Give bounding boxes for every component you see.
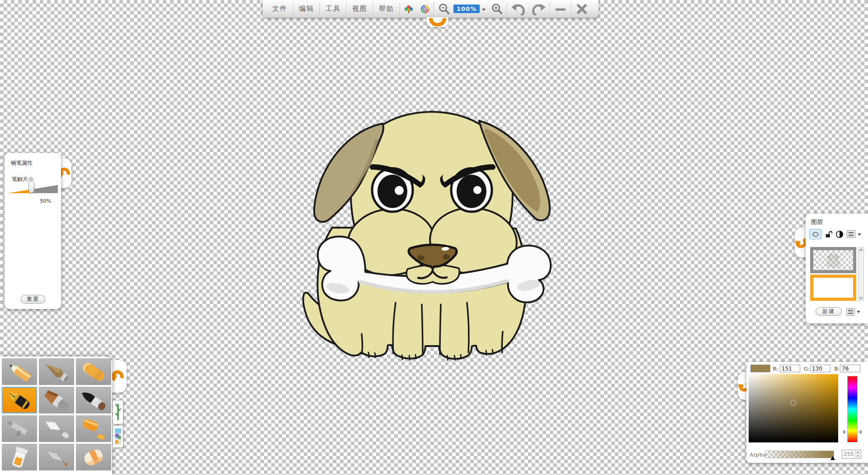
tool-ink-brush[interactable] <box>76 387 111 413</box>
layer-menu-dropdown-arrow-icon[interactable] <box>858 233 861 236</box>
zoom-dropdown-arrow-icon[interactable] <box>482 9 486 11</box>
layer-visibility-toggle[interactable] <box>809 229 821 239</box>
tool-eraser[interactable] <box>76 444 111 470</box>
toolbar-separator <box>293 2 293 15</box>
blue-field[interactable] <box>840 365 860 372</box>
tool-liner-pen[interactable] <box>39 444 74 470</box>
new-layer-button[interactable]: 新建 <box>816 307 842 316</box>
ellipse-visibility-icon <box>811 231 820 238</box>
green-field[interactable] <box>810 365 830 372</box>
layers-options-icon[interactable] <box>846 308 855 316</box>
main-toolbar: 文件 编辑 工具 视图 帮助 100% <box>262 0 599 18</box>
extra-tool-image-brush[interactable] <box>113 425 123 448</box>
layer-item-selected[interactable] <box>810 275 856 301</box>
tool-fountain-pen[interactable] <box>2 387 37 413</box>
paint-app-window: { "toolbar": { "menus": ["文件", "编辑", "工具… <box>0 0 868 475</box>
toolbar-separator <box>400 2 400 15</box>
alpha-spinner: ▲ ▼ <box>842 450 861 459</box>
alpha-value-field[interactable] <box>842 450 855 458</box>
redo-button[interactable] <box>528 0 549 18</box>
scroll-up-icon[interactable] <box>859 248 863 252</box>
toolbar-separator <box>550 2 550 15</box>
layers-options-dropdown-arrow-icon[interactable] <box>857 311 860 313</box>
layers-scrollbar[interactable] <box>858 247 864 301</box>
orange-crescent-icon <box>112 368 124 385</box>
layer-menu-icon[interactable] <box>847 230 855 238</box>
color-cursor-icon[interactable] <box>791 400 797 406</box>
toolbar-separator <box>434 2 434 15</box>
toolbar-separator <box>346 2 347 15</box>
tool-palette-knife[interactable] <box>39 415 74 442</box>
brush-size-slider-handle[interactable] <box>28 181 34 193</box>
artwork-angry-dog-with-bone <box>287 105 563 368</box>
tool-crayon[interactable] <box>76 358 111 385</box>
toolbar-separator <box>507 2 507 15</box>
menu-file[interactable]: 文件 <box>267 0 292 18</box>
toolbar-separator <box>373 2 373 15</box>
toolbar-separator <box>320 2 320 15</box>
current-color-swatch <box>750 365 770 372</box>
orange-arc-icon <box>429 18 446 26</box>
menu-edit[interactable]: 编辑 <box>294 0 319 18</box>
layers-panel-title: 图层 <box>811 218 823 226</box>
tool-paint-tube[interactable] <box>2 444 37 470</box>
pen-panel-title: 钢笔属性 <box>11 159 33 167</box>
hue-marker-right-icon[interactable] <box>859 430 862 434</box>
zoom-in-button[interactable] <box>487 0 506 18</box>
layers-panel: 图层 <box>806 214 868 323</box>
orange-crescent-icon <box>795 235 807 250</box>
blue-label: B: <box>834 366 840 372</box>
tool-flat-brush[interactable] <box>39 387 74 413</box>
blend-contrast-icon[interactable] <box>835 230 844 238</box>
alpha-label: Alpha <box>750 452 766 458</box>
bamboo-icon <box>114 402 122 422</box>
alpha-marker-icon[interactable] <box>830 456 835 460</box>
zoom-out-button[interactable] <box>434 0 453 18</box>
scroll-down-icon[interactable] <box>859 296 863 299</box>
menu-view[interactable]: 视图 <box>347 0 373 18</box>
toolbar-separator <box>571 2 571 15</box>
unlock-icon[interactable] <box>825 230 832 238</box>
zoom-level-field[interactable]: 100% <box>453 5 480 13</box>
tool-paint-roller[interactable] <box>76 415 111 442</box>
close-button[interactable] <box>572 0 592 18</box>
tool-pencil[interactable] <box>2 358 37 385</box>
menu-help[interactable]: 帮助 <box>374 0 399 18</box>
image-swatch-icon <box>114 428 122 446</box>
brush-size-value: 50% <box>40 198 51 204</box>
red-field[interactable] <box>780 365 800 372</box>
red-label: R: <box>773 366 778 372</box>
alpha-decrement-button[interactable]: ▼ <box>855 454 860 458</box>
brush-palette <box>0 356 112 475</box>
alpha-slider[interactable] <box>765 451 834 458</box>
reset-button[interactable]: 重置 <box>21 295 45 304</box>
color-picker-panel: R: G: B: Alpha ▲ ▼ <box>746 362 868 463</box>
rainbow-swirl-icon[interactable] <box>417 0 433 18</box>
alpha-increment-button[interactable]: ▲ <box>855 450 860 454</box>
menu-tools[interactable]: 工具 <box>321 0 346 18</box>
layer-sketch-preview <box>813 250 853 270</box>
canvas-drawing-area[interactable] <box>287 105 563 368</box>
layers-panel-collapse-handle[interactable] <box>795 228 807 257</box>
layer-item-sketch[interactable] <box>810 247 856 273</box>
hue-marker-left-icon[interactable] <box>843 430 846 434</box>
green-label: G: <box>804 366 810 372</box>
extra-tool-bamboo[interactable] <box>113 400 123 424</box>
toolbar-collapse-handle[interactable] <box>427 17 448 27</box>
pen-properties-panel: 钢笔属性 笔触大小 50% 重置 <box>5 153 61 309</box>
rainbow-tree-icon[interactable] <box>401 0 417 18</box>
tool-wood-stick[interactable] <box>39 358 74 385</box>
minimize-button[interactable] <box>551 0 571 18</box>
saturation-value-picker[interactable] <box>749 374 838 442</box>
hue-slider[interactable] <box>847 376 858 442</box>
undo-button[interactable] <box>508 0 528 18</box>
tool-airbrush[interactable] <box>2 415 37 442</box>
